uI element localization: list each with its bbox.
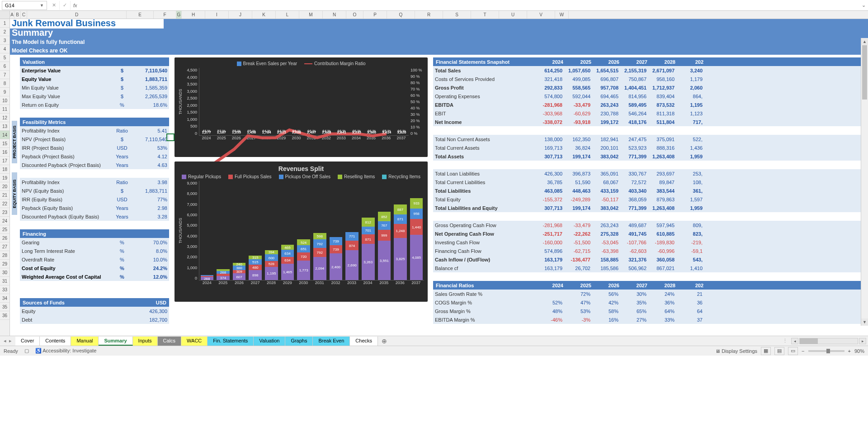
formula-bar-expand-icon[interactable]: ⌄	[859, 2, 868, 8]
column-header-N[interactable]: N	[323, 11, 346, 19]
row-header-18[interactable]: 18	[0, 165, 9, 174]
row-header-16[interactable]: 16	[0, 148, 9, 157]
column-header-H[interactable]: H	[182, 11, 205, 19]
zoom-in-button[interactable]: +	[848, 348, 851, 354]
column-header-L[interactable]: L	[276, 11, 299, 19]
row-header-5[interactable]: 5	[0, 53, 9, 62]
zoom-out-button[interactable]: −	[802, 348, 804, 354]
column-header-R[interactable]: R	[415, 11, 443, 19]
row-header-19[interactable]: 19	[0, 174, 9, 182]
row-header-2[interactable]: 2	[0, 28, 9, 36]
row-header-10[interactable]: 10	[0, 96, 9, 105]
sheet-tab-summary[interactable]: Summary	[99, 337, 132, 346]
column-header-I[interactable]: I	[205, 11, 229, 19]
normal-view-icon[interactable]: ▦	[761, 347, 771, 355]
row-header-30[interactable]: 30	[0, 268, 9, 277]
horizontal-scroll-thumb[interactable]	[800, 338, 818, 344]
sheet-tab-inputs[interactable]: Inputs	[133, 337, 158, 346]
sheet-tab-graphs[interactable]: Graphs	[285, 337, 313, 346]
zoom-level[interactable]: 90%	[854, 348, 864, 354]
row-header-36[interactable]: 36	[0, 311, 9, 320]
row-header-22[interactable]: 22	[0, 200, 9, 208]
row-header-4[interactable]: 4	[0, 45, 9, 53]
column-header-E[interactable]: E	[127, 11, 154, 19]
row-header-1[interactable]: 1	[0, 19, 9, 28]
row-header-17[interactable]: 17	[0, 157, 9, 165]
column-header-U[interactable]: U	[499, 11, 527, 19]
sheet-tab-wacc[interactable]: WACC	[181, 337, 208, 346]
sheet-tab-fin--statements[interactable]: Fin. Statements	[208, 337, 254, 346]
row-header-9[interactable]: 9	[0, 88, 9, 96]
row-header-27[interactable]: 27	[0, 242, 9, 251]
sheet-tab-calcs[interactable]: Calcs	[158, 337, 182, 346]
tab-nav-next-icon[interactable]: ▸	[8, 338, 13, 344]
column-header-A[interactable]: A	[10, 11, 14, 19]
zoom-slider[interactable]	[808, 350, 844, 352]
row-header-12[interactable]: 12	[0, 114, 9, 122]
row-header-15[interactable]: 15	[0, 139, 9, 148]
sheet-tab-contents[interactable]: Contents	[40, 337, 71, 346]
tab-split-icon[interactable]: ⋮	[783, 338, 788, 344]
column-header-V[interactable]: V	[527, 11, 555, 19]
sheet-tab-break-even[interactable]: Break Even	[313, 337, 350, 346]
row-header-25[interactable]: 25	[0, 225, 9, 234]
column-header-C[interactable]: C	[21, 11, 27, 19]
display-settings-button[interactable]: 🖥 Display Settings	[715, 348, 757, 354]
page-layout-view-icon[interactable]: ▤	[774, 347, 784, 355]
row-header-35[interactable]: 35	[0, 303, 9, 311]
column-header-F[interactable]: F	[154, 11, 176, 19]
row-header-33[interactable]: 33	[0, 285, 9, 294]
row-header-21[interactable]: 21	[0, 191, 9, 200]
worksheet[interactable]: Junk Removal Business Summary The Model …	[10, 19, 868, 336]
row-header-13[interactable]: 13	[0, 122, 9, 131]
row-header-26[interactable]: 26	[0, 234, 9, 242]
row-header-28[interactable]: 28	[0, 251, 9, 260]
formula-input[interactable]	[80, 1, 859, 10]
row-header-8[interactable]: 8	[0, 79, 9, 88]
row-header-20[interactable]: 20	[0, 182, 9, 191]
hscroll-left-icon[interactable]: ◂	[791, 338, 798, 344]
accessibility-status[interactable]: ♿ Accessibility: Investigate	[35, 348, 97, 354]
sheet-tab-cover[interactable]: Cover	[15, 337, 40, 346]
row-header-24[interactable]: 24	[0, 217, 9, 225]
fx-icon[interactable]: fx	[71, 3, 80, 8]
row-header-6[interactable]: 6	[0, 62, 9, 71]
row-header-23[interactable]: 23	[0, 208, 9, 217]
column-header-K[interactable]: K	[252, 11, 276, 19]
name-box-dropdown-icon[interactable]: ▼	[40, 3, 44, 8]
sheet-tab-checks[interactable]: Checks	[350, 337, 378, 346]
macro-record-icon[interactable]: ▢	[24, 348, 29, 354]
scroll-up-icon[interactable]: ▲	[861, 38, 868, 45]
vertical-scroll-thumb[interactable]	[862, 45, 867, 100]
column-header-P[interactable]: P	[363, 11, 387, 19]
column-header-O[interactable]: O	[346, 11, 363, 19]
column-header-W[interactable]: W	[555, 11, 569, 19]
horizontal-scrollbar[interactable]	[799, 338, 858, 344]
name-box[interactable]: G14 ▼	[2, 1, 47, 10]
sheet-tab-valuation[interactable]: Valuation	[254, 337, 285, 346]
tab-nav[interactable]: ◂ ▸	[0, 338, 15, 344]
column-header-D[interactable]: D	[27, 11, 127, 19]
scroll-down-icon[interactable]: ▼	[861, 318, 868, 326]
hscroll-right-icon[interactable]: ▸	[859, 338, 866, 344]
sheet-tab-manual[interactable]: Manual	[71, 337, 99, 346]
page-break-view-icon[interactable]: ▭	[788, 347, 798, 355]
row-header-29[interactable]: 29	[0, 260, 9, 268]
row-header-3[interactable]: 3	[0, 36, 9, 45]
column-header-J[interactable]: J	[229, 11, 252, 19]
column-header-Q[interactable]: Q	[387, 11, 415, 19]
row-header-11[interactable]: 11	[0, 105, 9, 114]
column-header-B[interactable]: B	[14, 11, 21, 19]
column-header-T[interactable]: T	[471, 11, 499, 19]
select-all-corner[interactable]	[0, 11, 10, 19]
column-header-S[interactable]: S	[443, 11, 471, 19]
add-sheet-button[interactable]: ⊕	[378, 337, 391, 345]
column-header-M[interactable]: M	[299, 11, 323, 19]
tab-nav-first-icon[interactable]: ◂	[3, 338, 7, 344]
row-header-31[interactable]: 31	[0, 277, 9, 285]
vertical-scrollbar[interactable]: ▲ ▼	[861, 38, 868, 326]
row-header-34[interactable]: 34	[0, 294, 9, 303]
column-header-G[interactable]: G	[176, 11, 182, 19]
row-header-7[interactable]: 7	[0, 71, 9, 79]
row-header-14[interactable]: 14	[0, 131, 9, 139]
